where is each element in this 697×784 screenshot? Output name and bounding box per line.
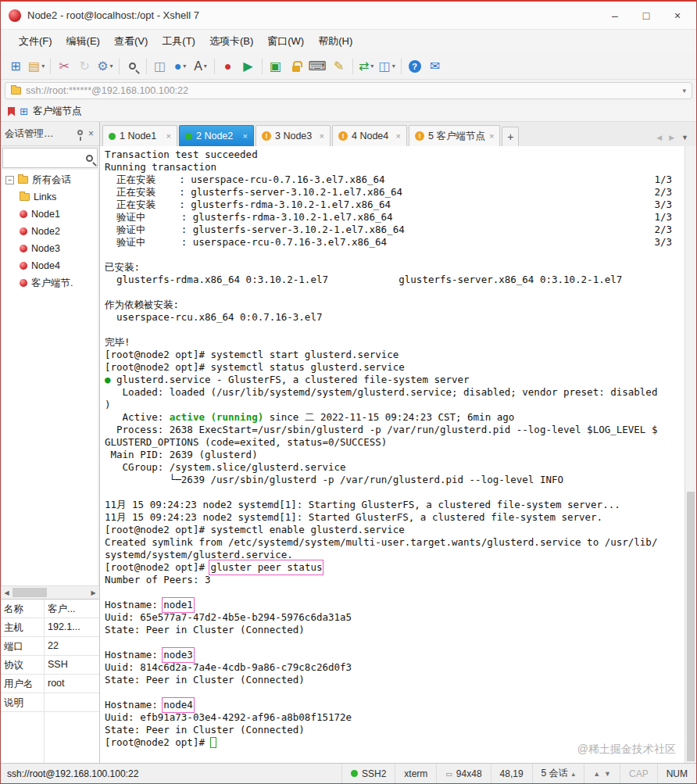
address-text: ssh://root:******@192.168.100.100:22 — [26, 85, 677, 96]
tab-close-icon[interactable]: × — [243, 131, 248, 141]
tab-scroll-right-icon[interactable]: ▶ — [669, 134, 674, 141]
terminal-text: 验证中 : userspace-rcu-0.7.16-3.el7.x86_64 — [105, 236, 387, 249]
font-icon[interactable]: A▾ — [191, 55, 211, 77]
menu-item-3[interactable]: 查看(V) — [107, 31, 155, 52]
record-icon[interactable]: ● — [218, 55, 238, 77]
property-value: 192.1... — [45, 618, 99, 636]
close-button[interactable]: × — [662, 4, 693, 27]
open-session-icon[interactable]: ▤▾ — [26, 55, 47, 77]
dropdown-arrow-icon[interactable]: ▾ — [41, 63, 45, 70]
collapse-icon[interactable]: − — [5, 176, 14, 184]
menu-item-6[interactable]: 窗口(W) — [260, 31, 311, 52]
status-terminal-type[interactable]: xterm — [395, 764, 436, 783]
layout-icon[interactable]: ◫▾ — [377, 55, 398, 77]
highlighter-icon[interactable]: ✎ — [329, 55, 349, 77]
terminal-text: 1/3 — [654, 174, 672, 186]
session-search-box — [2, 148, 98, 168]
menu-item-2[interactable]: 编辑(E) — [59, 31, 107, 52]
duplicate-session-icon[interactable]: ◫ — [150, 55, 170, 77]
menu-item-1[interactable]: 文件(F) — [12, 31, 59, 52]
bookmark-label[interactable]: 客户端节点 — [33, 105, 82, 118]
terminal-text: userspace-rcu.x86_64 0:0.7.16-3.el7 — [105, 311, 322, 324]
new-session-icon[interactable]: ⊞ — [5, 55, 26, 77]
terminal-line: [root@node2 opt]# systemctl start gluste… — [105, 349, 672, 361]
session-properties-icon[interactable]: ⚙▾ — [95, 55, 115, 77]
dropdown-arrow-icon[interactable]: ▾ — [109, 63, 113, 70]
session-search-input[interactable] — [7, 152, 83, 163]
tree-item-2[interactable]: Node1 — [2, 206, 98, 223]
tab-close-icon[interactable]: × — [320, 131, 324, 141]
dropdown-arrow-icon[interactable]: ▾ — [183, 63, 186, 70]
session-panel-close-icon[interactable]: × — [87, 128, 95, 139]
tab-2[interactable]: 2 Node2× — [179, 125, 254, 146]
tab-close-icon[interactable]: × — [166, 131, 171, 141]
scroll-right-icon[interactable]: ▶ — [88, 589, 99, 596]
tab-1[interactable]: 1 Node1× — [102, 125, 177, 146]
tree-item-5[interactable]: Node4 — [2, 257, 98, 274]
tab-4[interactable]: !4 Node4× — [332, 125, 407, 146]
terminal-wrap: Transaction test succeededRunning transa… — [100, 146, 696, 763]
terminal-scrollbar[interactable] — [684, 146, 696, 763]
tree-root[interactable]: −所有会话 — [2, 171, 98, 188]
menu-item-5[interactable]: 选项卡(B) — [202, 31, 260, 52]
file-transfer-icon[interactable]: ⇄▾ — [356, 55, 377, 77]
tree-item-6[interactable]: 客户端节. — [2, 274, 98, 292]
disconnect-icon[interactable]: ✂ — [54, 55, 74, 77]
terminal-line: 验证中 : glusterfs-rdma-3.10.2-1.el7.x86_64… — [105, 211, 672, 224]
menu-item-7[interactable]: 帮助(H) — [311, 31, 359, 52]
terminal-line — [105, 486, 672, 499]
dropdown-arrow-icon[interactable]: ▾ — [370, 63, 374, 70]
bookmark-window-icon[interactable]: ⊞ — [20, 106, 28, 117]
fullscreen-icon[interactable]: ▣ — [266, 55, 286, 77]
session-icon — [20, 262, 27, 270]
tab-5[interactable]: !5 客户端节点× — [409, 125, 500, 146]
session-list-arrow-icon[interactable]: ▴ — [572, 770, 576, 778]
tab-close-icon[interactable]: × — [396, 131, 401, 141]
keyboard-icon[interactable]: ⌨ — [306, 55, 329, 77]
terminal-text — [105, 249, 111, 261]
tab-list-icon[interactable]: ▼ — [681, 134, 688, 141]
minimize-button[interactable]: – — [599, 4, 631, 27]
terminal-output[interactable]: Transaction test succeededRunning transa… — [100, 146, 684, 763]
dropdown-arrow-icon[interactable]: ▾ — [204, 63, 207, 70]
find-icon[interactable] — [123, 55, 143, 77]
scroll-track[interactable] — [13, 586, 88, 599]
scroll-thumb[interactable] — [13, 588, 47, 597]
scroll-left-icon[interactable]: ◀ — [1, 589, 13, 596]
feedback-icon[interactable]: ✉ — [425, 55, 445, 77]
duplicate-session-icon-glyph: ◫ — [154, 60, 166, 73]
terminal-text: Transaction test succeeded — [105, 149, 258, 161]
maximize-button[interactable]: □ — [631, 4, 662, 27]
address-dropdown-icon[interactable]: ▾ — [682, 87, 686, 95]
tab-scroll-left-icon[interactable]: ◀ — [656, 134, 662, 141]
terminal-text: Running transaction — [105, 161, 216, 174]
terminal-scroll-thumb[interactable] — [687, 492, 695, 761]
pin-icon[interactable] — [77, 130, 83, 135]
lock-icon[interactable] — [286, 55, 306, 77]
terminal-text: active (running) — [170, 411, 263, 424]
menu-item-4[interactable]: 工具(T) — [155, 31, 202, 52]
address-field[interactable]: ssh://root:******@192.168.100.100:22 ▾ — [5, 82, 692, 99]
tree-item-1[interactable]: Links — [2, 188, 98, 206]
tab-3[interactable]: !3 Node3× — [256, 125, 331, 146]
property-key: 端口 — [1, 637, 45, 655]
dropdown-arrow-icon[interactable]: ▾ — [392, 63, 395, 70]
terminal-size-icon: ▭ — [445, 770, 452, 778]
tree-item-3[interactable]: Node2 — [2, 223, 98, 240]
connected-dot-icon — [351, 770, 358, 777]
run-script-icon[interactable]: ▶ — [238, 55, 259, 77]
terminal-line: └─2639 /usr/sbin/glusterd -p /var/run/gl… — [105, 474, 672, 486]
terminal-text: CGroup: /system.slice/glusterd.service — [105, 461, 346, 474]
tree-horizontal-scrollbar[interactable]: ◀ ▶ — [1, 585, 99, 599]
bookmark-flag-icon[interactable] — [8, 107, 15, 116]
new-tab-button[interactable]: + — [502, 127, 519, 146]
status-session-count[interactable]: 5 会话 ▴ — [532, 764, 584, 783]
tab-close-icon[interactable]: × — [489, 131, 494, 141]
globe-icon[interactable]: ●▾ — [170, 55, 191, 77]
terminal-line: 正在安装 : glusterfs-rdma-3.10.2-1.el7.x86_6… — [105, 199, 672, 211]
reconnect-icon[interactable]: ↻ — [74, 55, 95, 77]
search-icon[interactable] — [86, 155, 93, 162]
help-icon[interactable]: ? — [405, 55, 425, 77]
terminal-line: Hostname: node1 — [105, 599, 672, 611]
tree-item-4[interactable]: Node3 — [2, 240, 98, 257]
